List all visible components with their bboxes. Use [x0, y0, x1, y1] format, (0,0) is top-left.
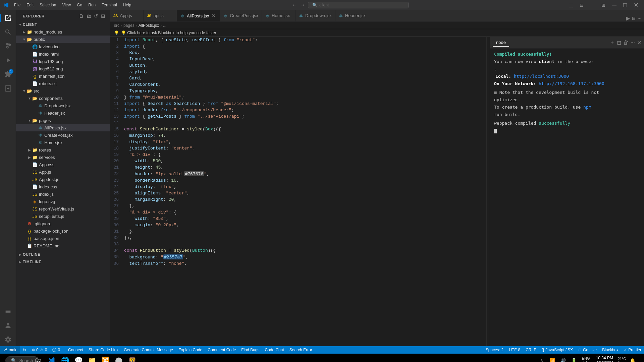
tree-readme[interactable]: 📋 README.md: [16, 242, 110, 249]
tree-header[interactable]: ⚛ Header.jsx: [16, 109, 110, 117]
tab-createpost-jsx[interactable]: ⚛ CreatePost.jsx: [220, 10, 262, 21]
activity-blackbox[interactable]: [1, 82, 15, 95]
activity-extensions[interactable]: 1: [1, 68, 15, 81]
nav-forward-button[interactable]: →: [300, 2, 305, 8]
blackbox-banner[interactable]: 💡 💡 Click here to ask Blackbox to help y…: [110, 29, 644, 37]
code-editor[interactable]: 1 import React, { useState, useEffect } …: [110, 37, 486, 346]
tree-public[interactable]: ▼ 📂 public: [16, 36, 110, 43]
breadcrumb-more[interactable]: ...: [163, 23, 166, 28]
taskbar-network-icon[interactable]: 📶: [548, 354, 557, 362]
tree-gitignore[interactable]: ⚙ .gitignore: [16, 220, 110, 227]
status-generate-commit[interactable]: Generate Commit Message: [121, 346, 176, 354]
tree-robots[interactable]: 📄 robots.txt: [16, 80, 110, 87]
activity-accounts[interactable]: [1, 319, 15, 332]
status-share-code[interactable]: Share Code Link: [86, 346, 121, 354]
tree-outline[interactable]: ▶ OUTLINE: [16, 251, 110, 258]
terminal-split-icon[interactable]: ⊟: [617, 40, 621, 46]
tree-app-css[interactable]: 📄 App.css: [16, 161, 110, 168]
collapse-all-icon[interactable]: ⊟: [100, 13, 106, 19]
tree-manifest[interactable]: {} manifest.json: [16, 72, 110, 80]
tree-favicon[interactable]: 🌐 favicon.ico: [16, 43, 110, 50]
status-encoding[interactable]: UTF-8: [506, 346, 523, 354]
terminal-tab-node[interactable]: node: [493, 39, 509, 47]
terminal-more-icon[interactable]: ···: [631, 40, 635, 46]
split-editor-icon[interactable]: ⊟: [632, 16, 636, 21]
status-blackbox-count[interactable]: Ⓑ 0: [50, 346, 63, 354]
tab-home-jsx[interactable]: ⚛ Home.jsx: [262, 10, 296, 21]
taskbar-chrome-icon[interactable]: ⬤: [113, 354, 125, 362]
terminal-add-icon[interactable]: ＋: [609, 39, 615, 46]
tree-node-modules[interactable]: ▶ 📁 node_modules: [16, 28, 110, 36]
tree-allposts[interactable]: ⚛ AllPosts.jsx: [16, 124, 110, 131]
tree-setuptests[interactable]: JS setupTests.js: [16, 213, 110, 220]
taskbar-volume-icon[interactable]: 🔊: [558, 354, 568, 362]
menu-selection[interactable]: Selection: [37, 2, 59, 8]
tab-dropdown-jsx[interactable]: ⚛ Dropdown.jsx: [296, 10, 335, 21]
layout-icon[interactable]: ⊞: [599, 2, 607, 8]
breadcrumb-pages[interactable]: pages: [123, 23, 135, 28]
tab-api-js[interactable]: JS api.js: [144, 10, 177, 21]
breadcrumb-file[interactable]: AllPosts.jsx: [139, 23, 159, 28]
sidebar-toggle-icon[interactable]: ⬚: [567, 2, 575, 8]
tree-src[interactable]: ▼ 📂 src: [16, 87, 110, 95]
tree-app-js[interactable]: JS App.js: [16, 168, 110, 176]
menu-view[interactable]: View: [59, 2, 73, 8]
run-icon[interactable]: ▶: [626, 15, 630, 21]
tree-createpost[interactable]: ⚛ CreatePost.jsx: [16, 131, 110, 139]
taskbar-edge-icon[interactable]: 🌐: [59, 354, 71, 362]
tree-components[interactable]: ▼ 📂 components: [16, 95, 110, 102]
status-branch[interactable]: ⎇ main: [0, 346, 20, 354]
menu-run[interactable]: Run: [86, 2, 98, 8]
activity-explorer[interactable]: [1, 11, 15, 25]
minimize-button[interactable]: ─: [610, 1, 619, 9]
tree-routes[interactable]: ▶ 📁 routes: [16, 146, 110, 154]
tree-package-json[interactable]: {} package.json: [16, 235, 110, 242]
status-code-chat[interactable]: Code Chat: [262, 346, 286, 354]
status-errors[interactable]: ⊗ 0 ⚠ 0: [29, 346, 50, 354]
title-search-bar[interactable]: 🔍 client: [308, 2, 409, 8]
taskbar-weather[interactable]: 21°C Haze: [617, 354, 627, 362]
status-spaces[interactable]: Spaces: 2: [483, 346, 506, 354]
menu-go[interactable]: Go: [74, 2, 85, 8]
terminal-trash-icon[interactable]: 🗑: [623, 40, 629, 46]
tab-allposts-jsx[interactable]: ⚛ AllPosts.jsx ✕: [177, 10, 220, 21]
status-comment-code[interactable]: Comment Code: [205, 346, 238, 354]
new-file-icon[interactable]: 🗋: [78, 13, 85, 19]
breadcrumb-src[interactable]: src: [114, 23, 119, 28]
tab-header-jsx[interactable]: ⚛ Header.jsx: [335, 10, 369, 21]
taskbar-hidden-icons[interactable]: ∧: [537, 354, 546, 362]
system-clock[interactable]: 10:34 PM 3/16/2024: [593, 356, 616, 362]
terminal-close-icon[interactable]: ✕: [637, 40, 641, 46]
status-sync[interactable]: ↻: [20, 346, 29, 354]
close-button[interactable]: ✕: [632, 1, 641, 9]
refresh-icon[interactable]: ↺: [93, 13, 99, 19]
panel-toggle-icon[interactable]: ⬚: [588, 2, 597, 8]
taskbar-explorer-icon[interactable]: 🗂: [32, 354, 44, 362]
menu-terminal[interactable]: Terminal: [99, 2, 119, 8]
menu-file[interactable]: File: [11, 2, 23, 8]
tree-home[interactable]: ⚛ Home.jsx: [16, 139, 110, 146]
activity-settings[interactable]: [1, 333, 15, 346]
restore-button[interactable]: □: [621, 1, 629, 9]
taskbar-notifications[interactable]: 🔔: [628, 354, 637, 362]
menu-help[interactable]: Help: [120, 2, 134, 8]
tree-logo512[interactable]: 🖼 logo512.png: [16, 65, 110, 72]
status-go-live[interactable]: ⊙ Go Live: [576, 346, 599, 354]
nav-back-button[interactable]: ←: [292, 2, 297, 8]
status-language[interactable]: {} JavaScript JSX: [539, 346, 576, 354]
activity-database[interactable]: [1, 305, 15, 318]
tree-index-css[interactable]: 📄 index.css: [16, 183, 110, 190]
tab-app-js[interactable]: JS App.js: [110, 10, 144, 21]
tab-allposts-close[interactable]: ✕: [211, 13, 216, 19]
taskbar-vscode-icon[interactable]: [46, 354, 58, 362]
tree-timeline[interactable]: ▶ TIMELINE: [16, 258, 110, 265]
menu-edit[interactable]: Edit: [24, 2, 36, 8]
taskbar-git-icon[interactable]: 🔀: [99, 354, 111, 362]
status-search-error[interactable]: Search Error: [287, 346, 315, 354]
taskbar-lang[interactable]: ENGEN: [580, 354, 592, 362]
status-explain-code[interactable]: Explain Code: [176, 346, 205, 354]
tree-client-root[interactable]: ▼ CLIENT: [16, 21, 110, 28]
tree-index-js[interactable]: JS index.js: [16, 190, 110, 198]
editor-layout-icon[interactable]: ⊟: [578, 2, 586, 8]
tree-services[interactable]: ▶ 📁 services: [16, 154, 110, 161]
